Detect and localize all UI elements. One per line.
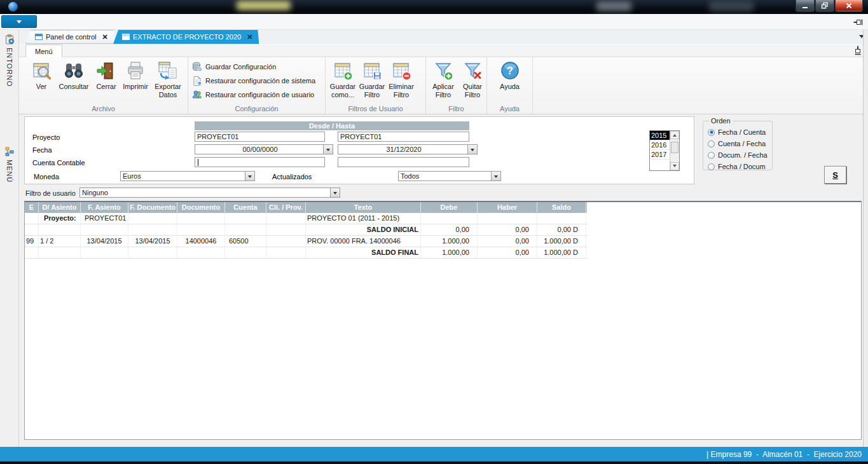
question-circle-icon: ? (500, 60, 520, 81)
fecha-hasta-combo[interactable]: 31/12/2020 (338, 144, 478, 154)
restaurar-configuracion-sistema-button[interactable]: Restaurar configuración de sistema (192, 75, 315, 86)
user-filter-combo[interactable]: Ninguno (79, 188, 340, 198)
orden-option-docum-fecha[interactable]: Docum. / Fecha (708, 149, 772, 161)
quitar-filtro-button[interactable]: Quitar Filtro (459, 59, 486, 100)
document-restore-icon (192, 76, 202, 86)
close-button[interactable] (835, 0, 863, 12)
column-header-documento[interactable]: Documento (177, 202, 225, 213)
menu-tree-icon (4, 146, 15, 156)
column-header-haber[interactable]: Haber (478, 202, 537, 213)
pin-horizontal-icon[interactable] (853, 17, 863, 27)
aplicar-filtro-button[interactable]: Aplicar Filtro (430, 59, 457, 100)
table-row[interactable]: SALDO FINAL 1.000,00 0,00 1.000,00 D (25, 247, 587, 259)
sidebar-item-label: MENÚ (6, 160, 13, 182)
menu-tab-row: Menú (19, 44, 868, 57)
fecha-desde-combo[interactable]: 00/00/0000 (195, 144, 333, 154)
orden-option-fecha-cuenta[interactable]: Fecha / Cuenta (708, 126, 772, 138)
table-row[interactable]: 99 1 / 2 13/04/2015 13/04/2015 14000046 … (25, 236, 587, 247)
cuenta-desde-input[interactable] (195, 157, 325, 167)
blurred-artifact (596, 1, 631, 11)
table-add-icon (333, 60, 353, 81)
column-header-cli-prov[interactable]: Cli. / Prov. (266, 202, 306, 213)
printer-icon (125, 60, 146, 81)
cuenta-hasta-input[interactable] (338, 157, 469, 167)
imprimir-button[interactable]: Imprimir (122, 59, 149, 92)
window-right-edge (863, 30, 868, 447)
sidebar-item-entorno[interactable]: ENTORNO (0, 34, 19, 87)
sidebar-item-menu[interactable]: MENÚ (0, 146, 19, 182)
column-header-saldo[interactable]: Saldo (537, 202, 586, 213)
orden-option-fecha-docum[interactable]: Fecha / Docum (708, 161, 772, 172)
fecha-desde-value: 00/00/0000 (195, 146, 323, 153)
orden-option-cuenta-fecha[interactable]: Cuenta / Fecha (708, 138, 772, 149)
scrollbar-thumb[interactable] (671, 142, 679, 153)
consultar-button[interactable]: Consultar (57, 59, 90, 92)
left-sidebar: ENTORNO MENÚ (0, 30, 19, 447)
close-tab-icon[interactable]: ✕ (102, 34, 108, 41)
chevron-down-icon[interactable] (245, 172, 254, 181)
application-window: ENTORNO MENÚ Panel de control ✕ EXTRACTO… (0, 0, 868, 464)
s-button[interactable]: S (824, 166, 846, 184)
cerrar-button[interactable]: Cerrar (93, 59, 120, 92)
proyecto-label: Proyecto (32, 133, 60, 141)
radio-icon (708, 140, 715, 147)
exportar-datos-button[interactable]: Exportar Datos (151, 59, 184, 100)
tab-extracto-de-proyecto-2020[interactable]: EXTRACTO DE PROYECTO 2020 ✕ (113, 30, 259, 44)
window-controls (795, 0, 863, 12)
chevron-down-icon[interactable] (467, 145, 477, 154)
table-row[interactable]: Proyecto: PROYECT01 PROYECTO 01 (2011 - … (25, 213, 587, 224)
column-header-e[interactable]: E (25, 202, 39, 213)
table-row[interactable]: SALDO INICIAL 0,00 0,00 0,00 D (25, 224, 587, 236)
chevron-down-icon[interactable] (330, 188, 340, 197)
quick-access-dropdown-button[interactable] (1, 15, 37, 28)
proyecto-hasta-input[interactable]: PROYECT01 (338, 132, 469, 142)
year-listbox[interactable]: 2015 2016 2017 (649, 130, 680, 171)
ribbon-group-label: Configuración (188, 105, 325, 113)
year-option[interactable]: 2016 (650, 140, 670, 150)
pin-vertical-icon[interactable] (853, 45, 863, 55)
tab-panel-de-control[interactable]: Panel de control ✕ (25, 30, 115, 44)
ribbon-group-label: Filtros de Usuario (326, 105, 425, 113)
moneda-label: Moneda (34, 173, 59, 181)
moneda-combo[interactable]: Euros (120, 171, 255, 181)
close-tab-icon[interactable]: ✕ (247, 34, 252, 41)
sidebar-item-label: ENTORNO (6, 48, 13, 87)
scroll-up-icon[interactable] (670, 131, 679, 139)
users-restore-icon (192, 90, 202, 100)
moneda-value: Euros (121, 172, 245, 180)
column-header-f-documento[interactable]: F. Documento (128, 202, 177, 213)
table-search-icon (31, 60, 52, 81)
proyecto-desde-input[interactable]: PROYECT01 (195, 132, 325, 142)
restaurar-configuracion-usuario-button[interactable]: Restaurar configuración de usuario (192, 89, 315, 100)
guardar-filtro-button[interactable]: Guardar Filtro (359, 59, 385, 100)
ribbon-group-label: Filtro (426, 105, 486, 113)
actualizados-combo[interactable]: Todos (398, 171, 501, 181)
column-header-cuenta[interactable]: Cuenta (225, 202, 266, 213)
chevron-down-icon[interactable] (491, 172, 500, 181)
year-option[interactable]: 2017 (650, 150, 670, 160)
column-header-f-asiento[interactable]: F. Asiento (81, 202, 128, 213)
radio-icon (708, 152, 715, 159)
restore-button[interactable] (815, 0, 834, 12)
scroll-down-icon[interactable] (670, 162, 679, 170)
table-export-icon (158, 60, 178, 81)
chevron-down-icon (17, 20, 22, 26)
minimize-button[interactable] (796, 0, 815, 12)
orden-legend: Orden (709, 117, 733, 125)
year-scrollbar[interactable] (670, 131, 679, 170)
eliminar-filtro-button[interactable]: Eliminar Filtro (388, 59, 415, 100)
guardar-como-button[interactable]: Guardar como... (329, 59, 356, 100)
document-tabstrip: Panel de control ✕ EXTRACTO DE PROYECTO … (19, 30, 868, 44)
ver-button[interactable]: Ver (28, 59, 55, 92)
column-header-texto[interactable]: Texto (306, 202, 421, 213)
guardar-configuracion-button[interactable]: Guardar Configuración (192, 61, 315, 72)
year-option-selected[interactable]: 2015 (650, 131, 670, 140)
exit-door-icon (96, 60, 116, 81)
column-header-d-asiento[interactable]: D/ Asiento (39, 202, 81, 213)
chevron-down-icon[interactable] (323, 145, 333, 154)
tab-menu[interactable]: Menú (25, 44, 62, 57)
status-text: | Empresa 99 - Almacén 01 - Ejercicio 20… (706, 450, 862, 459)
proyecto-hasta-value: PROYECT01 (340, 133, 382, 140)
ayuda-button[interactable]: ? Ayuda (497, 59, 523, 92)
column-header-debe[interactable]: Debe (421, 202, 478, 213)
